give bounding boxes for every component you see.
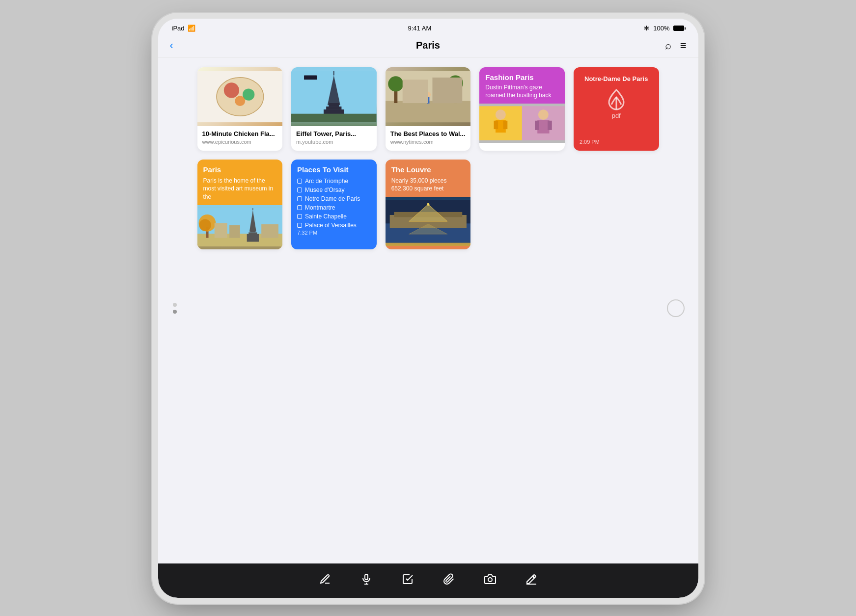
- toolbar-attachment-icon[interactable]: [443, 573, 455, 588]
- menu-icon[interactable]: ≡: [680, 39, 687, 52]
- checklist-label-6: Palace of Versailles: [305, 222, 357, 229]
- card-pdf-title: Notre-Dame De Paris: [584, 75, 648, 82]
- card-eiffel-image: [291, 67, 377, 126]
- scroll-dot-2: [173, 310, 177, 314]
- cards-grid: 10-Minute Chicken Fla... www.epicurious.…: [197, 67, 659, 249]
- svg-rect-57: [365, 574, 368, 580]
- svg-rect-10: [326, 106, 341, 109]
- toolbar-checklist-icon[interactable]: [402, 573, 414, 588]
- search-icon[interactable]: ⌕: [665, 39, 671, 52]
- checklist-item-2[interactable]: Musee d'Orsay: [291, 186, 377, 194]
- checklist-label-3: Notre Dame de Paris: [305, 195, 360, 202]
- svg-rect-42: [249, 232, 257, 234]
- svg-rect-22: [402, 80, 428, 103]
- svg-rect-47: [261, 224, 278, 238]
- svg-rect-43: [247, 234, 258, 242]
- svg-point-4: [235, 96, 245, 106]
- card-food-url: www.epicurious.com: [202, 139, 278, 145]
- card-walk[interactable]: The Best Places to Wal... www.nytimes.co…: [386, 67, 471, 151]
- checkbox-5[interactable]: [297, 214, 302, 219]
- svg-point-56: [427, 203, 429, 206]
- checklist-item-3[interactable]: Notre Dame de Paris: [291, 194, 377, 203]
- content-area: 10-Minute Chicken Fla... www.epicurious.…: [158, 57, 698, 563]
- svg-rect-41: [250, 230, 255, 232]
- card-walk-body: The Best Places to Wal... www.nytimes.co…: [386, 126, 471, 149]
- checklist-label-1: Arc de Triomphe: [305, 178, 348, 185]
- card-paris-note[interactable]: Paris Paris is the home of the most visi…: [197, 160, 283, 249]
- card-eiffel-title: Eiffel Tower, Paris...: [296, 130, 372, 137]
- svg-rect-31: [537, 120, 549, 134]
- checklist-label-4: Montmartre: [305, 204, 335, 211]
- checklist-item-5[interactable]: Sainte Chapelle: [291, 212, 377, 221]
- card-food-title: 10-Minute Chicken Fla...: [202, 130, 278, 137]
- svg-rect-27: [494, 121, 498, 129]
- battery-icon: [673, 26, 684, 31]
- svg-rect-9: [329, 103, 339, 107]
- scroll-handle-right[interactable]: [667, 299, 685, 317]
- svg-point-25: [496, 109, 506, 120]
- svg-rect-28: [503, 121, 508, 129]
- toolbar-camera-icon[interactable]: [484, 573, 496, 588]
- device-label: iPad: [172, 25, 185, 32]
- nav-left: ‹: [170, 39, 209, 52]
- nav-right: ⌕ ≡: [647, 39, 687, 52]
- status-bar: iPad 📶 9:41 AM ✻ 100%: [158, 19, 698, 36]
- checklist: Arc de Triomphe Musee d'Orsay Notre Dame…: [291, 177, 377, 230]
- card-louvre[interactable]: The Louvre Nearly 35,000 pieces652,300 s…: [386, 160, 471, 249]
- status-right: ✻ 100%: [644, 25, 684, 32]
- card-eiffel[interactable]: Eiffel Tower, Paris... m.youtube.com: [291, 67, 377, 151]
- card-food[interactable]: 10-Minute Chicken Fla... www.epicurious.…: [197, 67, 283, 151]
- back-button[interactable]: ‹: [170, 39, 173, 52]
- card-fashion-top: Fashion Paris Dustin Pittman's gaze roam…: [479, 67, 565, 104]
- card-walk-url: www.nytimes.com: [390, 139, 466, 145]
- card-food-body: 10-Minute Chicken Fla... www.epicurious.…: [197, 126, 283, 149]
- bottom-toolbar: [158, 563, 698, 598]
- card-walk-image: [386, 67, 471, 126]
- card-fashion[interactable]: Fashion Paris Dustin Pittman's gaze roam…: [479, 67, 565, 151]
- card-paris-note-title: Paris: [197, 160, 283, 177]
- card-eiffel-body: Eiffel Tower, Paris... m.youtube.com: [291, 126, 377, 149]
- battery-label: 100%: [653, 25, 669, 32]
- card-places-time: 7:32 PM: [291, 230, 377, 241]
- card-places[interactable]: Places To Visit Arc de Triomphe Musee d'…: [291, 160, 377, 249]
- svg-rect-13: [291, 113, 377, 122]
- toolbar-write-icon[interactable]: [319, 573, 331, 588]
- page-title: Paris: [416, 40, 440, 51]
- checklist-item-6[interactable]: Palace of Versailles: [291, 221, 377, 230]
- card-places-title: Places To Visit: [291, 160, 377, 177]
- card-paris-note-image: [197, 205, 283, 249]
- checkbox-1[interactable]: [297, 179, 302, 184]
- ipad-frame: iPad 📶 9:41 AM ✻ 100% ‹ Paris ⌕ ≡: [158, 19, 698, 598]
- checkbox-6[interactable]: [297, 223, 302, 228]
- card-pdf-time: 2:09 PM: [580, 139, 653, 145]
- bluetooth-icon: ✻: [644, 25, 649, 32]
- card-fashion-image1: [479, 104, 522, 143]
- checkbox-3[interactable]: [297, 196, 302, 201]
- card-louvre-title: The Louvre: [386, 160, 471, 177]
- checkbox-4[interactable]: [297, 205, 302, 210]
- toolbar-draw-icon[interactable]: [525, 573, 537, 588]
- card-louvre-body: Nearly 35,000 pieces652,300 square feet: [386, 177, 471, 197]
- card-pdf-label: pdf: [612, 112, 621, 119]
- wifi-icon: 📶: [188, 25, 195, 32]
- checkbox-2[interactable]: [297, 187, 302, 192]
- status-left: iPad 📶: [172, 25, 195, 32]
- checklist-label-2: Musee d'Orsay: [305, 187, 344, 193]
- toolbar-mic-icon[interactable]: [360, 573, 372, 588]
- svg-rect-45: [214, 223, 227, 238]
- checklist-item-1[interactable]: Arc de Triomphe: [291, 177, 377, 186]
- pdf-acrobat-icon: [604, 87, 629, 112]
- svg-rect-23: [432, 77, 462, 103]
- card-fashion-image2: [522, 104, 565, 143]
- svg-point-30: [538, 109, 549, 120]
- card-notre-dame[interactable]: Notre-Dame De Paris pdf 2:09 PM: [574, 67, 659, 151]
- card-eiffel-url: m.youtube.com: [296, 139, 372, 145]
- svg-rect-46: [229, 225, 240, 238]
- card-walk-title: The Best Places to Wal...: [390, 130, 466, 137]
- svg-point-2: [223, 82, 239, 98]
- card-louvre-image: [386, 197, 471, 246]
- svg-point-17: [388, 76, 403, 91]
- svg-point-60: [488, 578, 492, 582]
- checklist-item-4[interactable]: Montmartre: [291, 203, 377, 212]
- card-fashion-body: Dustin Pittman's gaze roamed the bustlin…: [485, 83, 559, 100]
